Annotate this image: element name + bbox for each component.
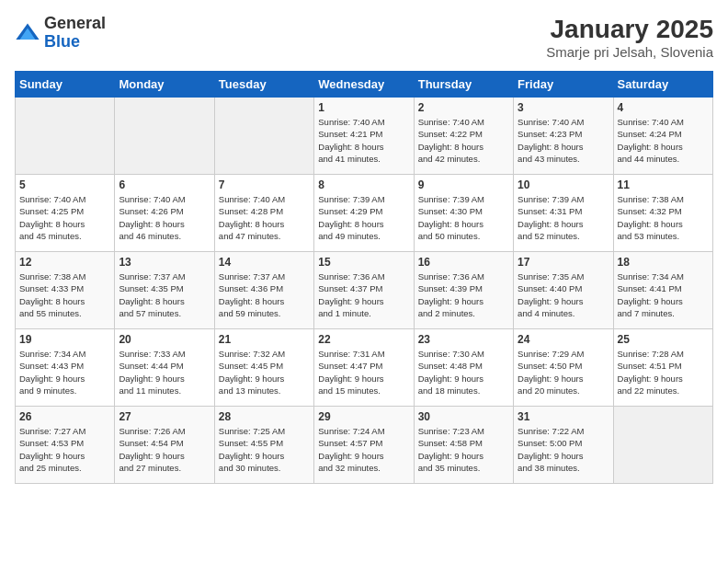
page-header: General Blue January 2025 Smarje pri Jel… (15, 15, 713, 60)
day-number: 22 (318, 333, 409, 346)
weekday-header-saturday: Saturday (613, 72, 712, 98)
calendar-cell: 28Sunrise: 7:25 AM Sunset: 4:55 PM Dayli… (214, 407, 313, 484)
calendar-cell: 31Sunrise: 7:22 AM Sunset: 5:00 PM Dayli… (514, 407, 613, 484)
calendar-cell: 10Sunrise: 7:39 AM Sunset: 4:31 PM Dayli… (514, 175, 613, 252)
calendar-cell: 14Sunrise: 7:37 AM Sunset: 4:36 PM Dayli… (214, 252, 313, 329)
day-number: 11 (618, 178, 709, 191)
calendar-cell: 8Sunrise: 7:39 AM Sunset: 4:29 PM Daylig… (314, 175, 414, 252)
day-info: Sunrise: 7:39 AM Sunset: 4:29 PM Dayligh… (318, 193, 409, 242)
day-info: Sunrise: 7:27 AM Sunset: 4:53 PM Dayligh… (19, 425, 110, 474)
day-info: Sunrise: 7:35 AM Sunset: 4:40 PM Dayligh… (518, 270, 609, 319)
day-number: 2 (418, 101, 509, 114)
weekday-header-wednesday: Wednesday (314, 72, 414, 98)
day-info: Sunrise: 7:40 AM Sunset: 4:22 PM Dayligh… (418, 116, 509, 165)
calendar-cell: 3Sunrise: 7:40 AM Sunset: 4:23 PM Daylig… (514, 98, 613, 175)
day-number: 24 (518, 333, 609, 346)
weekday-header-row: SundayMondayTuesdayWednesdayThursdayFrid… (16, 72, 713, 98)
calendar-cell: 20Sunrise: 7:33 AM Sunset: 4:44 PM Dayli… (115, 329, 214, 407)
day-info: Sunrise: 7:37 AM Sunset: 4:35 PM Dayligh… (119, 270, 210, 319)
day-number: 14 (219, 256, 310, 269)
calendar-cell (16, 98, 115, 175)
calendar-cell: 17Sunrise: 7:35 AM Sunset: 4:40 PM Dayli… (514, 252, 613, 329)
calendar-week-4: 19Sunrise: 7:34 AM Sunset: 4:43 PM Dayli… (16, 329, 713, 407)
day-info: Sunrise: 7:29 AM Sunset: 4:50 PM Dayligh… (518, 348, 609, 396)
day-number: 5 (19, 178, 110, 191)
day-number: 4 (618, 101, 709, 114)
day-number: 7 (219, 178, 310, 191)
day-number: 9 (418, 178, 509, 191)
day-info: Sunrise: 7:24 AM Sunset: 4:57 PM Dayligh… (318, 425, 409, 474)
day-info: Sunrise: 7:40 AM Sunset: 4:25 PM Dayligh… (19, 193, 110, 242)
day-number: 15 (318, 256, 409, 269)
calendar-cell: 9Sunrise: 7:39 AM Sunset: 4:30 PM Daylig… (414, 175, 513, 252)
day-info: Sunrise: 7:40 AM Sunset: 4:21 PM Dayligh… (318, 116, 409, 165)
calendar-cell: 16Sunrise: 7:36 AM Sunset: 4:39 PM Dayli… (414, 252, 513, 329)
day-info: Sunrise: 7:40 AM Sunset: 4:24 PM Dayligh… (618, 116, 709, 165)
weekday-header-sunday: Sunday (16, 72, 115, 98)
day-number: 19 (19, 333, 110, 346)
logo: General Blue (15, 15, 106, 52)
calendar-cell: 19Sunrise: 7:34 AM Sunset: 4:43 PM Dayli… (16, 329, 115, 407)
day-number: 31 (518, 410, 609, 423)
calendar-subtitle: Smarje pri Jelsah, Slovenia (546, 44, 713, 60)
calendar-cell: 24Sunrise: 7:29 AM Sunset: 4:50 PM Dayli… (514, 329, 613, 407)
calendar-week-2: 5Sunrise: 7:40 AM Sunset: 4:25 PM Daylig… (16, 175, 713, 252)
day-number: 3 (518, 101, 609, 114)
calendar-cell (613, 407, 712, 484)
day-info: Sunrise: 7:36 AM Sunset: 4:37 PM Dayligh… (318, 270, 409, 319)
day-number: 17 (518, 256, 609, 269)
day-info: Sunrise: 7:38 AM Sunset: 4:32 PM Dayligh… (618, 193, 709, 242)
calendar-title: January 2025 (546, 15, 713, 44)
calendar-cell: 5Sunrise: 7:40 AM Sunset: 4:25 PM Daylig… (16, 175, 115, 252)
day-number: 6 (119, 178, 210, 191)
calendar-cell: 29Sunrise: 7:24 AM Sunset: 4:57 PM Dayli… (314, 407, 414, 484)
calendar-cell: 6Sunrise: 7:40 AM Sunset: 4:26 PM Daylig… (115, 175, 214, 252)
day-info: Sunrise: 7:37 AM Sunset: 4:36 PM Dayligh… (219, 270, 310, 319)
day-info: Sunrise: 7:23 AM Sunset: 4:58 PM Dayligh… (418, 425, 509, 474)
calendar-table: SundayMondayTuesdayWednesdayThursdayFrid… (15, 71, 713, 484)
calendar-cell: 25Sunrise: 7:28 AM Sunset: 4:51 PM Dayli… (613, 329, 712, 407)
day-info: Sunrise: 7:28 AM Sunset: 4:51 PM Dayligh… (618, 348, 709, 396)
day-number: 26 (19, 410, 110, 423)
day-number: 13 (119, 256, 210, 269)
day-info: Sunrise: 7:38 AM Sunset: 4:33 PM Dayligh… (19, 270, 110, 319)
day-number: 1 (318, 101, 409, 114)
day-info: Sunrise: 7:40 AM Sunset: 4:23 PM Dayligh… (518, 116, 609, 165)
day-info: Sunrise: 7:22 AM Sunset: 5:00 PM Dayligh… (518, 425, 609, 474)
day-info: Sunrise: 7:33 AM Sunset: 4:44 PM Dayligh… (119, 348, 210, 396)
day-number: 21 (219, 333, 310, 346)
calendar-cell: 22Sunrise: 7:31 AM Sunset: 4:47 PM Dayli… (314, 329, 414, 407)
calendar-cell: 26Sunrise: 7:27 AM Sunset: 4:53 PM Dayli… (16, 407, 115, 484)
day-info: Sunrise: 7:34 AM Sunset: 4:43 PM Dayligh… (19, 348, 110, 396)
calendar-week-1: 1Sunrise: 7:40 AM Sunset: 4:21 PM Daylig… (16, 98, 713, 175)
day-number: 12 (19, 256, 110, 269)
calendar-cell: 13Sunrise: 7:37 AM Sunset: 4:35 PM Dayli… (115, 252, 214, 329)
day-number: 23 (418, 333, 509, 346)
day-number: 28 (219, 410, 310, 423)
calendar-cell: 4Sunrise: 7:40 AM Sunset: 4:24 PM Daylig… (613, 98, 712, 175)
day-number: 29 (318, 410, 409, 423)
day-number: 18 (618, 256, 709, 269)
weekday-header-tuesday: Tuesday (214, 72, 313, 98)
calendar-week-3: 12Sunrise: 7:38 AM Sunset: 4:33 PM Dayli… (16, 252, 713, 329)
day-info: Sunrise: 7:34 AM Sunset: 4:41 PM Dayligh… (618, 270, 709, 319)
calendar-cell: 27Sunrise: 7:26 AM Sunset: 4:54 PM Dayli… (115, 407, 214, 484)
calendar-cell: 30Sunrise: 7:23 AM Sunset: 4:58 PM Dayli… (414, 407, 513, 484)
day-info: Sunrise: 7:39 AM Sunset: 4:30 PM Dayligh… (418, 193, 509, 242)
day-info: Sunrise: 7:39 AM Sunset: 4:31 PM Dayligh… (518, 193, 609, 242)
day-number: 25 (618, 333, 709, 346)
day-info: Sunrise: 7:36 AM Sunset: 4:39 PM Dayligh… (418, 270, 509, 319)
day-info: Sunrise: 7:30 AM Sunset: 4:48 PM Dayligh… (418, 348, 509, 396)
calendar-cell (214, 98, 313, 175)
day-number: 10 (518, 178, 609, 191)
day-number: 8 (318, 178, 409, 191)
calendar-cell: 2Sunrise: 7:40 AM Sunset: 4:22 PM Daylig… (414, 98, 513, 175)
day-info: Sunrise: 7:40 AM Sunset: 4:28 PM Dayligh… (219, 193, 310, 242)
calendar-cell: 11Sunrise: 7:38 AM Sunset: 4:32 PM Dayli… (613, 175, 712, 252)
day-number: 16 (418, 256, 509, 269)
calendar-week-5: 26Sunrise: 7:27 AM Sunset: 4:53 PM Dayli… (16, 407, 713, 484)
calendar-cell: 23Sunrise: 7:30 AM Sunset: 4:48 PM Dayli… (414, 329, 513, 407)
calendar-cell: 21Sunrise: 7:32 AM Sunset: 4:45 PM Dayli… (214, 329, 313, 407)
calendar-cell: 7Sunrise: 7:40 AM Sunset: 4:28 PM Daylig… (214, 175, 313, 252)
day-number: 30 (418, 410, 509, 423)
